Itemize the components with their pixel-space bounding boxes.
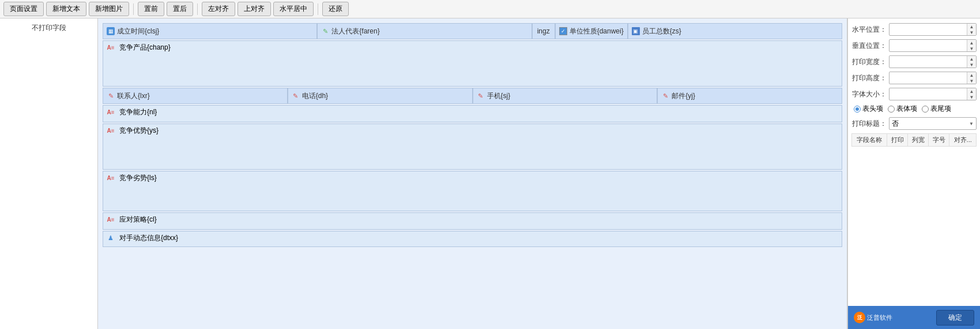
radio-tbody-circle <box>888 106 895 113</box>
fontsize-down[interactable]: ▼ <box>967 94 976 100</box>
field-label-yj: 邮件{yj} <box>672 91 695 101</box>
radio-thead[interactable]: 表头项 <box>854 104 883 114</box>
field-row-contact: ✎ 联系人{lxr} ✎ 电话{dh} ✎ 手机{sj} ✎ 邮件{yj} <box>103 88 842 104</box>
field-cell-sj[interactable]: ✎ 手机{sj} <box>473 88 658 104</box>
align-left-button[interactable]: 左对齐 <box>202 2 235 16</box>
select-arrow-icon: ▼ <box>969 121 974 126</box>
radio-tbody-label: 表体项 <box>896 104 917 114</box>
separator-2 <box>197 3 198 15</box>
ls-label-row: A≡ 竞争劣势{ls} <box>107 173 838 183</box>
col-print: 打印 <box>887 134 908 147</box>
fontsize-input[interactable]: ▲ ▼ <box>889 88 977 100</box>
nl-label-row: A≡ 竞争能力{nl} <box>107 107 838 117</box>
vposition-spinners: ▲ ▼ <box>967 40 976 51</box>
brand-icon: 泛 <box>854 312 865 323</box>
hposition-input[interactable]: ▲ ▼ <box>889 23 977 36</box>
radio-tbody[interactable]: 表体项 <box>888 104 917 114</box>
table-header-row: 字段名称 打印 列宽 字号 对齐... <box>852 134 977 147</box>
field-cell-zs[interactable]: ▣ 员工总数{zs} <box>628 23 842 39</box>
field-label-sj: 手机{sj} <box>487 91 511 101</box>
calendar-icon: ▦ <box>107 27 115 35</box>
fontsize-up[interactable]: ▲ <box>967 88 976 94</box>
field-cell-faren[interactable]: ✎ 法人代表{faren} <box>317 23 532 39</box>
edit-icon-yj: ✎ <box>661 92 669 100</box>
text-icon-ys: A≡ <box>107 127 115 135</box>
print-title-value: 否 <box>892 119 899 129</box>
width-down[interactable]: ▼ <box>967 62 976 68</box>
print-title-row: 打印标题： 否 ▼ <box>851 117 977 130</box>
add-text-button[interactable]: 新增文本 <box>46 2 86 16</box>
radio-thead-label: 表头项 <box>862 104 883 114</box>
text-icon-nl: A≡ <box>107 109 115 117</box>
width-up[interactable]: ▲ <box>967 56 976 62</box>
height-up[interactable]: ▲ <box>967 72 976 78</box>
field-cell-nl[interactable]: A≡ 竞争能力{nl} <box>103 105 842 122</box>
fontsize-spinners: ▲ ▼ <box>967 88 976 100</box>
field-cell-dtxx[interactable]: ♟ 对手动态信息{dtxx} <box>103 231 842 247</box>
field-label-dtxx: 对手动态信息{dtxx} <box>119 233 178 243</box>
center-panel[interactable]: ▦ 成立时间{clsj} ✎ 法人代表{faren} ingz ✓ 单位性质{d… <box>98 18 847 329</box>
align-center-button[interactable]: 水平居中 <box>273 2 314 16</box>
field-cell-ingz[interactable]: ingz <box>532 23 555 39</box>
field-cell-cl[interactable]: A≡ 应对策略{cl} <box>103 212 842 230</box>
radio-tfoot-circle <box>922 106 929 113</box>
radio-group: 表头项 表体项 表尾项 <box>851 104 977 114</box>
field-cell-lxr[interactable]: ✎ 联系人{lxr} <box>103 88 288 104</box>
radio-tfoot-label: 表尾项 <box>930 104 951 114</box>
field-cell-clsj[interactable]: ▦ 成立时间{clsj} <box>103 23 317 39</box>
edit-icon-sj: ✎ <box>477 92 485 100</box>
field-row-ls: A≡ 竞争劣势{ls} <box>103 171 842 211</box>
hposition-label: 水平位置： <box>851 25 889 35</box>
field-label-cl: 应对策略{cl} <box>119 215 157 225</box>
field-label-clsj: 成立时间{clsj} <box>117 27 159 36</box>
height-input[interactable]: ▲ ▼ <box>889 72 977 84</box>
left-panel: 不打印字段 <box>0 18 98 329</box>
hposition-spinners: ▲ ▼ <box>967 24 976 35</box>
vposition-down[interactable]: ▼ <box>967 46 976 51</box>
prop-row-hposition: 水平位置： ▲ ▼ <box>851 23 977 36</box>
hposition-down[interactable]: ▼ <box>967 29 976 35</box>
hposition-up[interactable]: ▲ <box>967 24 976 29</box>
col-font: 字号 <box>929 134 949 147</box>
height-label: 打印高度： <box>851 73 889 83</box>
prop-row-height: 打印高度： ▲ ▼ <box>851 72 977 84</box>
field-cell-danwei[interactable]: ✓ 单位性质{danwei} <box>555 23 628 39</box>
field-label-chanp: 竞争产品{chanp} <box>119 43 171 53</box>
field-cell-yj[interactable]: ✎ 邮件{yj} <box>657 88 842 104</box>
field-cell-ls[interactable]: A≡ 竞争劣势{ls} <box>103 171 842 211</box>
field-cell-ys[interactable]: A≡ 竞争优势{ys} <box>103 124 842 170</box>
field-cell-dh[interactable]: ✎ 电话{dh} <box>288 88 473 104</box>
separator-3 <box>318 3 318 15</box>
align-top-button[interactable]: 上对齐 <box>238 2 271 16</box>
people-icon: ♟ <box>107 234 115 242</box>
radio-thead-dot <box>855 107 859 111</box>
field-label-danwei: 单位性质{danwei} <box>570 27 624 36</box>
print-title-select[interactable]: 否 ▼ <box>889 117 977 130</box>
text-icon-cl: A≡ <box>107 216 115 224</box>
radio-tfoot[interactable]: 表尾项 <box>922 104 951 114</box>
text-icon-ls: A≡ <box>107 174 115 182</box>
move-back-button[interactable]: 置后 <box>167 2 193 16</box>
left-panel-title: 不打印字段 <box>2 21 95 35</box>
right-panel: 水平位置： ▲ ▼ 垂直位置： ▲ ▼ 打印宽度： <box>847 18 980 329</box>
move-front-button[interactable]: 置前 <box>138 2 164 16</box>
width-label: 打印宽度： <box>851 57 889 67</box>
height-down[interactable]: ▼ <box>967 78 976 84</box>
toolbar: 页面设置 新增文本 新增图片 置前 置后 左对齐 上对齐 水平居中 还原 <box>0 0 980 18</box>
page-setup-button[interactable]: 页面设置 <box>3 2 44 16</box>
vposition-input[interactable]: ▲ ▼ <box>889 39 977 52</box>
restore-button[interactable]: 还原 <box>322 2 349 16</box>
field-cell-chanp[interactable]: A≡ 竞争产品{chanp} <box>103 40 842 87</box>
prop-row-width: 打印宽度： ▲ ▼ <box>851 55 977 68</box>
field-row-nl: A≡ 竞争能力{nl} <box>103 105 842 122</box>
dtxx-label-row: ♟ 对手动态信息{dtxx} <box>107 233 838 243</box>
confirm-button[interactable]: 确定 <box>936 310 974 326</box>
right-panel-bottom: 泛 泛普软件 确定 <box>848 306 980 329</box>
vposition-up[interactable]: ▲ <box>967 40 976 46</box>
add-image-button[interactable]: 新增图片 <box>89 2 129 16</box>
width-input[interactable]: ▲ ▼ <box>889 55 977 68</box>
field-table: 字段名称 打印 列宽 字号 对齐... <box>851 133 977 147</box>
col-align: 对齐... <box>949 134 977 147</box>
field-label-faren: 法人代表{faren} <box>331 27 379 36</box>
radio-thead-circle <box>854 106 861 113</box>
